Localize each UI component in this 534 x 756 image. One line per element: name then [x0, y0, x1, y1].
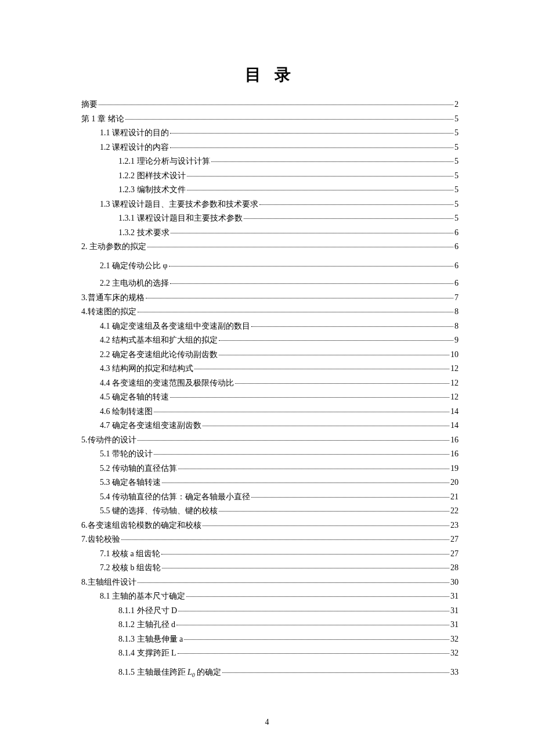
toc-entry-page: 12	[450, 376, 459, 391]
toc-leader	[162, 475, 449, 483]
toc-leader	[170, 125, 453, 134]
toc-entry-label: 7.2 校核 b 组齿轮	[100, 561, 161, 575]
toc-entry-page: 6	[454, 240, 459, 254]
toc-leader	[184, 632, 449, 640]
toc-entry-label: 4.6 绘制转速图	[100, 405, 153, 419]
toc-leader	[162, 560, 449, 568]
toc-entry: 4.5 确定各轴的转速12	[100, 390, 459, 405]
toc-leader	[154, 404, 449, 412]
toc-leader	[147, 239, 453, 247]
toc-entry-page: 22	[450, 504, 459, 519]
toc-entry-label: 8.1.3 主轴悬伸量 a	[118, 632, 183, 647]
toc-entry: 4.转速图的拟定8	[81, 305, 459, 319]
toc-entry-label: 1.2.2 图样技术设计	[118, 169, 186, 183]
toc-entry-page: 5	[454, 211, 459, 226]
toc-entry-label: 5.1 带轮的设计	[100, 447, 153, 462]
toc-leader	[99, 97, 453, 105]
toc-entry-label: 2.1 确定传动公比 φ	[100, 259, 168, 273]
toc-leader	[125, 111, 454, 120]
toc-leader	[235, 376, 449, 384]
toc-entry-page: 31	[450, 589, 459, 604]
toc-entry-label: 5.3 确定各轴转速	[100, 476, 161, 490]
toc-entry: 3.普通车床的规格7	[81, 291, 459, 305]
toc-entry-page: 30	[450, 575, 459, 590]
toc-leader	[178, 461, 449, 469]
toc-leader	[219, 333, 453, 341]
toc-entry-page: 2	[454, 98, 459, 112]
toc-leader	[146, 290, 454, 298]
table-of-contents: 摘要2第 1 章 绪论51.1 课程设计的目的51.2 课程设计的内容51.2.…	[81, 98, 459, 683]
toc-entry-page: 32	[450, 632, 459, 647]
toc-entry-page: 23	[450, 519, 459, 533]
toc-entry: 7.齿轮校验27	[81, 532, 459, 547]
toc-leader	[187, 168, 454, 177]
toc-entry-label: 2.2 确定各变速组此论传动副齿数	[100, 348, 218, 362]
toc-entry: 5.2 传动轴的直径估算19	[100, 462, 459, 476]
toc-leader	[219, 347, 449, 355]
toc-entry: 摘要2	[81, 98, 459, 112]
toc-entry-label: 5.传动件的设计	[81, 433, 136, 448]
toc-entry-page: 14	[450, 419, 459, 433]
toc-entry-page: 27	[450, 532, 459, 547]
toc-leader	[170, 276, 453, 284]
toc-leader	[170, 140, 453, 148]
toc-leader	[161, 546, 449, 555]
toc-leader	[219, 503, 449, 512]
toc-entry-page: 12	[450, 390, 459, 405]
toc-leader	[178, 603, 449, 611]
toc-entry-label: 1.3 课程设计题目、主要技术参数和技术要求	[100, 197, 258, 212]
toc-entry: 第 1 章 绪论5	[81, 112, 459, 127]
toc-entry-label: 4.5 确定各轴的转速	[100, 390, 169, 405]
toc-leader	[170, 390, 449, 398]
toc-entry: 7.1 校核 a 组齿轮27	[100, 547, 459, 561]
toc-entry-label: 摘要	[81, 98, 98, 112]
toc-entry-label: 4.2 结构式基本组和扩大组的拟定	[100, 333, 218, 348]
document-page: 目 录 摘要2第 1 章 绪论51.1 课程设计的目的51.2 课程设计的内容5…	[0, 0, 534, 756]
toc-entry: 8.主轴组件设计30	[81, 575, 459, 590]
toc-entry-page: 5	[454, 197, 459, 212]
toc-entry: 8.1.4 支撑跨距 L32	[118, 646, 459, 661]
toc-leader	[194, 361, 449, 369]
toc-entry: 8.1.3 主轴悬伸量 a32	[118, 632, 459, 647]
toc-entry: 1.1 课程设计的目的5	[100, 126, 459, 141]
toc-entry-page: 31	[450, 618, 459, 632]
toc-entry: 1.3 课程设计题目、主要技术参数和技术要求5	[100, 197, 459, 212]
toc-entry: 4.2 结构式基本组和扩大组的拟定9	[100, 333, 459, 348]
toc-entry-label: 2. 主动参数的拟定	[81, 240, 146, 254]
toc-entry-page: 5	[454, 183, 459, 197]
toc-entry-label: 4.转速图的拟定	[81, 305, 136, 319]
toc-entry-label: 7.1 校核 a 组齿轮	[100, 547, 160, 561]
toc-leader	[176, 617, 449, 625]
toc-leader	[203, 518, 450, 526]
toc-entry-page: 6	[454, 276, 459, 291]
toc-entry: 1.2.1 理论分析与设计计算5	[118, 154, 459, 169]
page-number-footer: 4	[0, 718, 534, 727]
toc-entry: 2.1 确定传动公比 φ 6	[100, 254, 459, 277]
toc-entry: 1.2 课程设计的内容5	[100, 141, 459, 155]
toc-entry-page: 6	[454, 226, 459, 240]
toc-entry: 2. 主动参数的拟定6	[81, 240, 459, 254]
toc-entry-page: 9	[454, 333, 459, 348]
toc-entry-page: 12	[450, 362, 459, 376]
toc-entry-page: 27	[450, 547, 459, 561]
toc-leader	[138, 304, 454, 312]
toc-entry-page: 5	[454, 154, 459, 169]
toc-entry-page: 5	[454, 141, 459, 155]
toc-entry-page: 32	[450, 646, 459, 661]
toc-entry-page: 20	[450, 476, 459, 490]
toc-entry: 4.7 确定各变速组变速副齿数14	[100, 419, 459, 433]
toc-entry: 1.2.3 编制技术文件5	[118, 183, 459, 197]
toc-entry-label: 5.2 传动轴的直径估算	[100, 462, 177, 476]
toc-entry-label: 1.3.2 技术要求	[118, 226, 169, 240]
toc-entry: 4.6 绘制转速图14	[100, 405, 459, 419]
toc-leader	[154, 447, 449, 455]
toc-entry-label: 8.1.2 主轴孔径 d	[118, 618, 175, 632]
toc-leader	[178, 646, 449, 654]
toc-entry-label: 1.1 课程设计的目的	[100, 126, 169, 141]
toc-entry-label: 8.主轴组件设计	[81, 575, 136, 590]
toc-entry: 1.3.2 技术要求6	[118, 226, 459, 240]
toc-entry-page: 21	[450, 490, 459, 505]
toc-leader	[211, 154, 454, 162]
toc-entry-page: 5	[454, 112, 459, 127]
toc-leader	[186, 589, 449, 597]
